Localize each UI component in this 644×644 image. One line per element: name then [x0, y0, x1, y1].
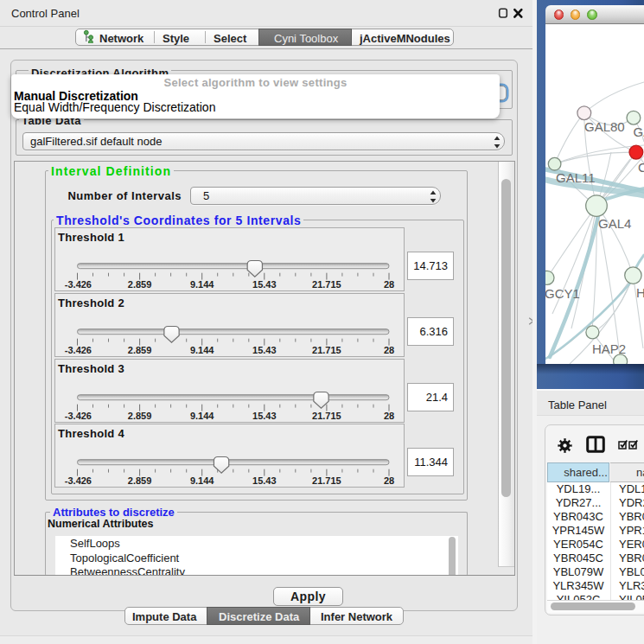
- svg-text:H: H: [636, 285, 644, 300]
- svg-text:9.144: 9.144: [190, 279, 214, 290]
- svg-text:GAL4: GAL4: [598, 216, 631, 231]
- svg-text:15.43: 15.43: [252, 279, 277, 290]
- svg-text:21.715: 21.715: [312, 345, 341, 355]
- svg-text:2.859: 2.859: [128, 475, 152, 486]
- svg-text:9.144: 9.144: [190, 345, 214, 355]
- svg-text:28: 28: [384, 475, 394, 486]
- svg-text:9.144: 9.144: [190, 475, 214, 486]
- svg-text:15.43: 15.43: [252, 345, 277, 355]
- svg-text:HAP2: HAP2: [592, 341, 626, 356]
- svg-text:28: 28: [384, 345, 394, 355]
- svg-text:15.43: 15.43: [252, 411, 277, 421]
- svg-text:-3.426: -3.426: [65, 279, 92, 290]
- svg-text:2.859: 2.859: [128, 411, 152, 421]
- svg-text:21.715: 21.715: [312, 279, 341, 290]
- svg-text:2.859: 2.859: [128, 345, 152, 355]
- svg-text:21.715: 21.715: [312, 475, 341, 486]
- svg-text:2.859: 2.859: [128, 279, 152, 290]
- svg-text:15.43: 15.43: [252, 475, 277, 486]
- svg-text:C: C: [638, 160, 644, 175]
- svg-text:GAL80: GAL80: [584, 119, 625, 134]
- svg-text:-3.426: -3.426: [65, 475, 92, 486]
- svg-text:28: 28: [384, 279, 394, 290]
- svg-text:-3.426: -3.426: [65, 411, 92, 421]
- svg-text:GCY1: GCY1: [545, 286, 580, 301]
- svg-text:GAL11: GAL11: [556, 170, 596, 185]
- svg-text:-3.426: -3.426: [65, 345, 92, 355]
- svg-text:GA: GA: [634, 124, 644, 139]
- svg-text:21.715: 21.715: [312, 411, 341, 421]
- svg-text:9.144: 9.144: [190, 411, 214, 421]
- svg-text:28: 28: [384, 411, 394, 421]
